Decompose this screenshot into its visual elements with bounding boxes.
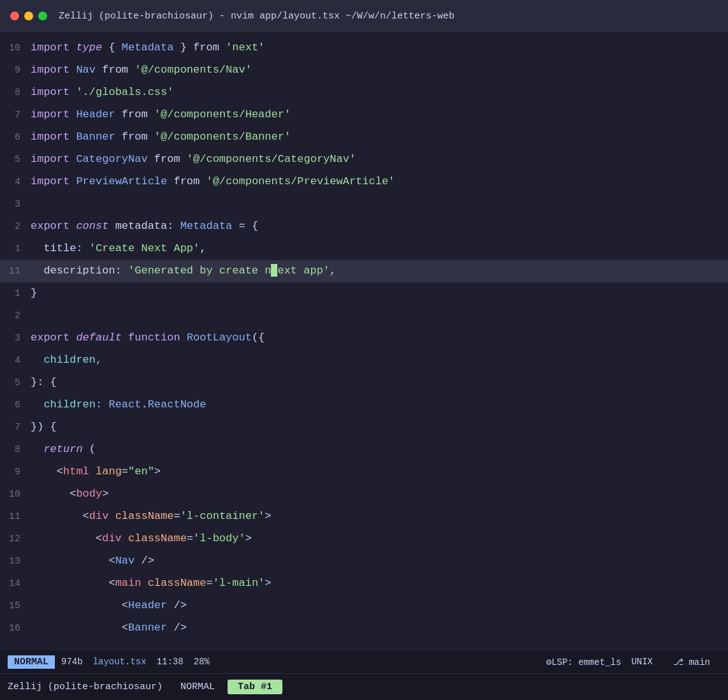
traffic-lights	[10, 11, 47, 20]
file-format: UNIX	[631, 657, 653, 667]
line-number: 10	[0, 484, 31, 506]
lsp-status: ⚙LSP: emmet_ls	[546, 657, 622, 667]
code-line: 3export default function RootLayout({	[0, 327, 728, 349]
line-content: return (	[31, 439, 96, 460]
line-content: }: {	[31, 372, 57, 393]
editor: 10import type { Metadata } from 'next'9i…	[0, 32, 728, 650]
code-area[interactable]: 10import type { Metadata } from 'next'9i…	[0, 32, 728, 650]
line-number: 8	[0, 82, 31, 104]
line-content: export default function RootLayout({	[31, 327, 265, 349]
line-content: description: 'Generated by create next a…	[31, 260, 336, 282]
close-button[interactable]	[10, 11, 19, 20]
code-line: 6import Banner from '@/components/Banner…	[0, 126, 728, 149]
line-number: 5	[0, 149, 31, 171]
line-content	[31, 193, 37, 215]
vim-mode: NORMAL	[8, 655, 55, 669]
code-line: 8 return (	[0, 439, 728, 461]
line-content	[31, 305, 37, 326]
line-content: title: 'Create Next App',	[31, 238, 206, 259]
line-number: 8	[0, 439, 31, 461]
line-content: <main className='l-main'>	[31, 572, 272, 594]
line-number: 5	[0, 372, 31, 394]
line-number: 16	[0, 618, 31, 639]
code-line: 11 <div className='l-container'>	[0, 506, 728, 528]
code-line: 6 children: React.ReactNode	[0, 394, 728, 416]
code-line: 15 <Header />	[0, 595, 728, 617]
status-right: ⚙LSP: emmet_ls UNIX ⎇ main	[546, 657, 720, 667]
line-number: 10	[0, 38, 31, 59]
zellij-title: Zellij (polite-brachiosaur)	[8, 682, 163, 692]
code-line: 5}: {	[0, 372, 728, 394]
line-number: 13	[0, 551, 31, 572]
code-line: 7import Header from '@/components/Header…	[0, 104, 728, 126]
line-content: <html lang="en">	[31, 461, 161, 483]
cursor-position: 11:38	[157, 657, 184, 667]
git-branch: ⎇ main	[673, 657, 710, 667]
line-number: 14	[0, 573, 31, 595]
line-content: <div className='l-container'>	[31, 506, 272, 527]
line-content: import PreviewArticle from '@/components…	[31, 171, 395, 193]
line-content: <body>	[31, 483, 108, 505]
line-content: <Nav />	[31, 550, 154, 572]
line-number: 7	[0, 105, 31, 126]
code-line: 4import PreviewArticle from '@/component…	[0, 171, 728, 193]
title-bar: Zellij (polite-brachiosaur) - nvim app/l…	[0, 0, 728, 32]
line-number: 3	[0, 328, 31, 349]
code-line: 12 <div className='l-body'>	[0, 528, 728, 550]
line-content: <div className='l-body'>	[31, 528, 252, 550]
line-number: 6	[0, 127, 31, 149]
code-line: 2export const metadata: Metadata = {	[0, 215, 728, 238]
code-line: 2	[0, 305, 728, 327]
code-line: 4 children,	[0, 349, 728, 372]
line-number: 1	[0, 238, 31, 260]
line-content: export const metadata: Metadata = {	[31, 215, 258, 237]
line-content: }) {	[31, 416, 57, 438]
code-line: 9import Nav from '@/components/Nav'	[0, 59, 728, 82]
code-line: 14 <main className='l-main'>	[0, 572, 728, 595]
code-line: 10 <body>	[0, 483, 728, 506]
line-content: import './globals.css'	[31, 82, 173, 103]
scroll-percent: 28%	[194, 657, 210, 667]
line-number: 11	[0, 261, 31, 282]
code-line: 8import './globals.css'	[0, 82, 728, 104]
tab-mode: NORMAL	[180, 682, 215, 692]
line-content: <Header />	[31, 595, 187, 616]
line-number: 6	[0, 395, 31, 416]
line-number: 2	[0, 216, 31, 238]
line-number: 4	[0, 171, 31, 193]
maximize-button[interactable]	[38, 11, 47, 20]
line-number: 4	[0, 350, 31, 372]
tab-bar: Zellij (polite-brachiosaur) NORMAL Tab #…	[0, 673, 728, 700]
code-line: 16 <Banner />	[0, 617, 728, 639]
line-content: import CategoryNav from '@/components/Ca…	[31, 149, 356, 170]
code-line: 5import CategoryNav from '@/components/C…	[0, 149, 728, 171]
file-size: 974b	[61, 657, 83, 667]
minimize-button[interactable]	[24, 11, 33, 20]
code-line: 13 <Nav />	[0, 550, 728, 572]
line-number: 7	[0, 417, 31, 439]
code-line: 9 <html lang="en">	[0, 461, 728, 483]
line-content: import Header from '@/components/Header'	[31, 104, 291, 126]
line-number: 15	[0, 595, 31, 617]
filename: layout.tsx	[93, 657, 147, 667]
line-number: 11	[0, 506, 31, 528]
window-title: Zellij (polite-brachiosaur) - nvim app/l…	[59, 11, 455, 22]
line-number: 2	[0, 305, 31, 327]
code-line: 11 description: 'Generated by create nex…	[0, 260, 728, 282]
tab-item[interactable]: Tab #1	[228, 680, 282, 694]
line-content: children,	[31, 349, 102, 371]
status-bar: NORMAL 974b layout.tsx 11:38 28% ⚙LSP: e…	[0, 650, 728, 673]
line-content: <Banner />	[31, 617, 187, 639]
text-cursor	[271, 264, 277, 277]
code-line: 7}) {	[0, 416, 728, 439]
code-line: 3	[0, 193, 728, 215]
line-number: 1	[0, 283, 31, 305]
line-content: import Nav from '@/components/Nav'	[31, 59, 252, 81]
line-number: 3	[0, 194, 31, 215]
line-number: 12	[0, 529, 31, 550]
code-line: 10import type { Metadata } from 'next'	[0, 37, 728, 59]
code-line: 1}	[0, 282, 728, 305]
line-number: 9	[0, 60, 31, 82]
line-number: 9	[0, 462, 31, 483]
line-content: children: React.ReactNode	[31, 394, 206, 416]
